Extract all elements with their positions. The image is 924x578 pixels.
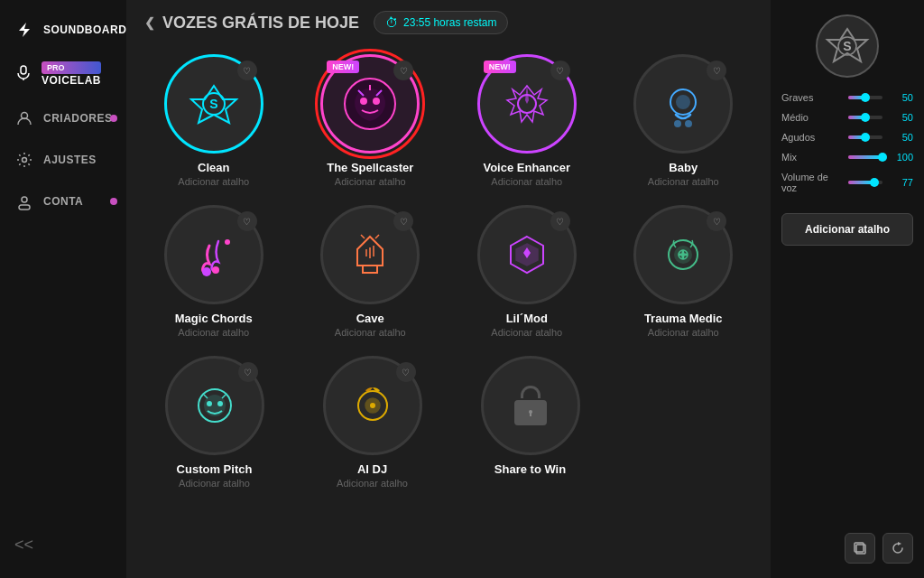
slider-track-mix[interactable] bbox=[848, 155, 882, 159]
voice-icon-spellcaster: NEW! ♡ bbox=[320, 54, 420, 154]
slider-track-agudos[interactable] bbox=[848, 135, 882, 139]
add-shortcut-button[interactable]: Adicionar atalho bbox=[781, 213, 913, 246]
voice-name-clean: Clean bbox=[198, 161, 229, 174]
voice-card-magic-chords[interactable]: ♡ Magic Chords Adicionar atalho bbox=[144, 205, 283, 338]
fav-trauma-medic[interactable]: ♡ bbox=[707, 211, 726, 231]
lock-icon bbox=[514, 386, 547, 425]
svg-point-16 bbox=[676, 95, 690, 109]
slider-thumb-agudos[interactable] bbox=[861, 133, 870, 142]
slider-row-graves: Graves50 bbox=[781, 92, 913, 103]
collapse-button[interactable]: << bbox=[14, 536, 33, 554]
criadores-dot bbox=[110, 115, 117, 122]
voice-name-lil-mod: Lil´Mod bbox=[506, 312, 548, 325]
svg-point-4 bbox=[23, 158, 27, 163]
voice-card-custom-pitch[interactable]: ♡ Custom Pitch Adicionar atalho bbox=[144, 356, 284, 489]
voice-row-2: ♡ Magic Chords Adicionar atalho ♡ bbox=[144, 205, 753, 338]
pro-badge: PRO bbox=[42, 61, 101, 74]
voice-sub-magic-chords: Adicionar atalho bbox=[178, 327, 249, 338]
voice-grid: ♡ S Clean Adicionar atalho NEW! ♡ bbox=[126, 45, 771, 578]
new-badge-spellcaster: NEW! bbox=[327, 61, 359, 73]
voice-card-clean[interactable]: ♡ S Clean Adicionar atalho bbox=[144, 54, 283, 187]
svg-point-18 bbox=[685, 120, 692, 127]
right-avatar-area: S bbox=[781, 14, 913, 78]
fav-custom-pitch[interactable]: ♡ bbox=[238, 362, 258, 382]
svg-point-17 bbox=[674, 120, 681, 127]
slider-track-graves[interactable] bbox=[848, 96, 882, 99]
voice-name-trauma-medic: Trauma Medic bbox=[644, 312, 723, 325]
timer-badge: ⏱ 23:55 horas restam bbox=[374, 11, 508, 34]
voice-card-enhancer[interactable]: NEW! ♡ Voice Enhancer Adicionar atalho bbox=[457, 54, 596, 187]
svg-point-5 bbox=[22, 197, 27, 202]
slider-label-graves: Graves bbox=[781, 92, 843, 103]
reset-button[interactable] bbox=[882, 533, 913, 564]
svg-rect-6 bbox=[19, 205, 30, 210]
fav-ai-dj[interactable]: ♡ bbox=[396, 362, 416, 382]
voice-row-1: ♡ S Clean Adicionar atalho NEW! ♡ bbox=[144, 54, 753, 187]
slider-value-agudos: 50 bbox=[888, 132, 913, 143]
fav-enhancer[interactable]: ♡ bbox=[550, 61, 570, 80]
voice-card-ai-dj[interactable]: ♡ AI DJ Adicionar atalho bbox=[302, 356, 442, 489]
slider-value-mix: 100 bbox=[888, 152, 913, 163]
voice-name-ai-dj: AI DJ bbox=[357, 462, 387, 476]
voice-sub-baby: Adicionar atalho bbox=[648, 176, 719, 187]
voice-sub-enhancer: Adicionar atalho bbox=[491, 176, 562, 187]
voice-icon-cave: ♡ bbox=[320, 205, 420, 304]
voice-icon-magic-chords: ♡ bbox=[164, 205, 263, 304]
voice-name-cave: Cave bbox=[356, 312, 384, 325]
voice-icon-clean: ♡ S bbox=[164, 54, 263, 154]
fav-spellcaster[interactable]: ♡ bbox=[393, 61, 413, 80]
voice-card-lil-mod[interactable]: ♡ Lil´Mod Adicionar atalho bbox=[457, 205, 596, 338]
svg-marker-0 bbox=[19, 23, 30, 37]
sidebar-item-soundboard[interactable]: SOUNDBOARD bbox=[0, 9, 126, 51]
voice-name-custom-pitch: Custom Pitch bbox=[177, 462, 253, 476]
fav-cave[interactable]: ♡ bbox=[393, 211, 413, 231]
slider-track-medio[interactable] bbox=[848, 116, 882, 119]
avatar-circle: S bbox=[816, 14, 879, 78]
voice-card-trauma-medic[interactable]: ♡ ✚ Trauma Medic Adicionar atalho bbox=[614, 205, 753, 338]
right-panel: S Graves50Médio50Agudos50Mix100Volume de… bbox=[771, 0, 924, 578]
svg-point-29 bbox=[207, 401, 212, 406]
svg-point-30 bbox=[217, 401, 223, 406]
voice-card-spellcaster[interactable]: NEW! ♡ The Spellcaster Adicionar atalho bbox=[301, 54, 440, 187]
slider-value-medio: 50 bbox=[888, 112, 913, 123]
copy-button[interactable] bbox=[845, 533, 875, 564]
svg-text:S: S bbox=[209, 97, 217, 111]
fav-magic-chords[interactable]: ♡ bbox=[237, 211, 257, 231]
voice-name-enhancer: Voice Enhancer bbox=[483, 161, 570, 174]
sidebar-item-voicelab[interactable]: PRO VOICELAB bbox=[0, 51, 126, 98]
fav-baby[interactable]: ♡ bbox=[707, 61, 726, 80]
slider-thumb-volume-voz[interactable] bbox=[870, 178, 879, 187]
main-content: ❮ VOZES GRÁTIS DE HOJE ⏱ 23:55 horas res… bbox=[126, 0, 771, 578]
slider-thumb-mix[interactable] bbox=[878, 153, 887, 162]
voice-card-share-to-win[interactable]: Share to Win bbox=[460, 356, 600, 489]
voice-icon-ai-dj: ♡ bbox=[323, 356, 422, 455]
sidebar-item-ajustes[interactable]: AJUSTES bbox=[0, 139, 126, 181]
slider-thumb-graves[interactable] bbox=[861, 93, 870, 102]
voice-name-baby: Baby bbox=[669, 161, 698, 174]
top-bar: ❮ VOZES GRÁTIS DE HOJE ⏱ 23:55 horas res… bbox=[126, 0, 771, 45]
voice-card-cave[interactable]: ♡ Cave Adicionar atalho bbox=[301, 205, 440, 338]
fav-clean[interactable]: ♡ bbox=[237, 61, 257, 80]
slider-label-medio: Médio bbox=[781, 112, 843, 123]
voice-sub-lil-mod: Adicionar atalho bbox=[491, 327, 562, 338]
sidebar-label-soundboard: SOUNDBOARD bbox=[43, 23, 126, 36]
voice-icon-custom-pitch: ♡ bbox=[165, 356, 264, 455]
svg-point-33 bbox=[370, 403, 375, 408]
voice-sub-ai-dj: Adicionar atalho bbox=[337, 478, 408, 489]
sidebar-item-criadores[interactable]: CRIADORES bbox=[0, 98, 126, 139]
voice-name-share-to-win: Share to Win bbox=[494, 462, 566, 476]
slider-track-volume-voz[interactable] bbox=[848, 181, 882, 184]
sidebar-item-conta[interactable]: CONTA bbox=[0, 181, 126, 222]
fav-lil-mod[interactable]: ♡ bbox=[550, 211, 570, 231]
sidebar-label-criadores: CRIADORES bbox=[43, 112, 113, 125]
voice-card-baby[interactable]: ♡ Baby Adicionar atalho bbox=[614, 54, 753, 187]
sidebar-bottom: << bbox=[0, 521, 126, 569]
svg-point-21 bbox=[225, 239, 230, 245]
svg-rect-35 bbox=[530, 413, 531, 416]
person-icon bbox=[14, 191, 34, 211]
voice-icon-baby: ♡ bbox=[633, 54, 733, 154]
slider-row-medio: Médio50 bbox=[781, 112, 913, 123]
sidebar-label-ajustes: AJUSTES bbox=[43, 154, 97, 166]
clock-icon: ⏱ bbox=[385, 15, 398, 30]
slider-thumb-medio[interactable] bbox=[861, 113, 870, 122]
